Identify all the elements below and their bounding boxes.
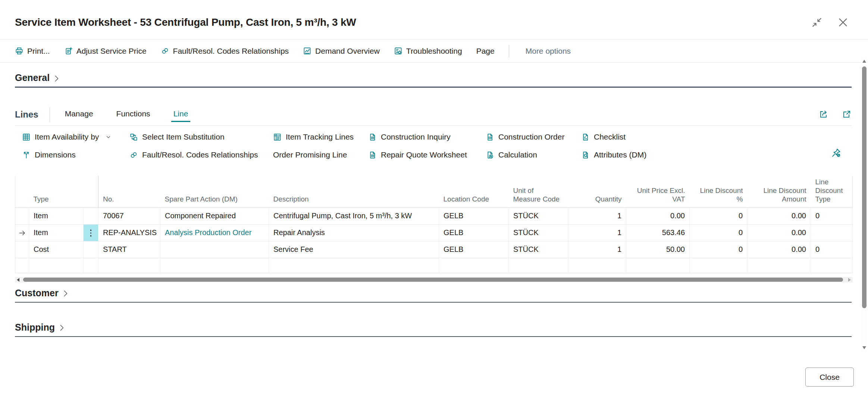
vertical-scrollbar-thumb[interactable]	[862, 66, 867, 308]
page-menu-button[interactable]: Page	[476, 47, 495, 56]
type-cell[interactable]: Item	[29, 224, 84, 241]
fault-resol-codes-label: Fault/Resol. Codes Relationships	[173, 47, 289, 56]
open-in-new-window-icon[interactable]	[842, 109, 852, 119]
horizontal-scrollbar-thumb[interactable]	[23, 278, 843, 282]
shipping-section-header[interactable]: Shipping	[15, 322, 852, 336]
lines-divider	[50, 107, 50, 122]
column-header-description[interactable]: Description	[269, 176, 439, 207]
no-cell[interactable]: START	[98, 241, 160, 258]
active-row-indicator[interactable]	[15, 224, 29, 241]
type-cell[interactable]: Cost	[29, 241, 84, 258]
line-discount-type-cell[interactable]: 0	[811, 207, 853, 224]
column-header-quantity[interactable]: Quantity	[568, 176, 626, 207]
line-discount-pct-cell[interactable]: 0	[690, 241, 748, 258]
construction-order-button[interactable]: Construction Order	[486, 132, 581, 141]
close-button[interactable]: Close	[805, 368, 854, 387]
line-discount-type-cell[interactable]: 0	[811, 241, 853, 258]
row-menu-cell[interactable]	[84, 224, 98, 241]
scroll-right-arrow-icon[interactable]	[848, 278, 851, 282]
row-menu-column-header	[84, 176, 98, 207]
demand-chart-icon	[303, 47, 311, 55]
dimensions-button[interactable]: Dimensions	[22, 150, 129, 159]
construction-inquiry-button[interactable]: Construction Inquiry	[368, 132, 486, 141]
print-button[interactable]: Print...	[15, 47, 50, 56]
table-row: Cost START Service Fee GELB STÜCK 1 50.0…	[15, 241, 853, 258]
unit-price-cell[interactable]: 563.46	[626, 224, 690, 241]
checklist-button[interactable]: Checklist	[581, 132, 852, 141]
row-menu-cell[interactable]	[84, 207, 98, 224]
line-discount-amount-cell[interactable]: 0.00	[748, 207, 811, 224]
column-header-unit-price[interactable]: Unit Price Excl. VAT	[626, 176, 690, 207]
column-header-line-discount-type[interactable]: Line Discount Type	[811, 176, 853, 207]
tab-manage[interactable]: Manage	[63, 109, 95, 122]
tab-line[interactable]: Line	[171, 109, 191, 122]
row-menu-cell[interactable]	[84, 241, 98, 258]
order-promising-line-button[interactable]: Order Promising Line	[273, 150, 368, 159]
no-cell[interactable]: REP-ANALYSIS	[98, 224, 160, 241]
unit-of-measure-cell[interactable]: STÜCK	[509, 207, 568, 224]
quantity-cell[interactable]: 1	[568, 224, 626, 241]
quantity-cell[interactable]: 1	[568, 241, 626, 258]
page-menu-label: Page	[476, 47, 495, 56]
general-section-header[interactable]: General	[15, 72, 852, 87]
unit-price-cell[interactable]: 50.00	[626, 241, 690, 258]
more-options-button[interactable]: More options	[523, 46, 573, 56]
line-discount-amount-cell[interactable]: 0.00	[748, 224, 811, 241]
close-window-icon[interactable]	[837, 17, 849, 28]
demand-overview-button[interactable]: Demand Overview	[303, 47, 380, 56]
column-header-no[interactable]: No.	[98, 176, 160, 207]
description-cell[interactable]: Service Fee	[269, 241, 439, 258]
unpin-icon[interactable]	[829, 147, 843, 159]
column-header-line-discount-amount[interactable]: Line Discount Amount	[748, 176, 811, 207]
line-discount-type-cell[interactable]	[811, 224, 853, 241]
adjust-service-price-button[interactable]: Adjust Service Price	[64, 47, 147, 56]
fault-resol-codes-line-button[interactable]: Fault/Resol. Codes Relationships	[129, 150, 273, 159]
unit-price-cell[interactable]: 0.00	[626, 207, 690, 224]
item-availability-by-button[interactable]: Item Availability by	[22, 132, 129, 141]
calculation-button[interactable]: Calculation	[486, 150, 581, 159]
spare-part-action-link[interactable]: Analysis Production Order	[165, 228, 251, 237]
column-header-location-code[interactable]: Location Code	[439, 176, 509, 207]
line-discount-pct-cell[interactable]: 0	[690, 224, 748, 241]
checklist-icon	[581, 133, 590, 141]
table-row-selected: Item REP-ANALYSIS Analysis Production Or…	[15, 224, 853, 241]
column-header-type[interactable]: Type	[29, 176, 84, 207]
spare-part-action-cell[interactable]	[160, 241, 269, 258]
scroll-up-arrow-icon[interactable]	[862, 60, 866, 63]
scroll-down-arrow-icon[interactable]	[862, 346, 866, 349]
customer-section: Customer	[15, 288, 852, 303]
description-cell[interactable]: Centrifugal Pump, Cast Iron, 5 m³/h, 3 k…	[269, 207, 439, 224]
demand-overview-label: Demand Overview	[315, 47, 380, 56]
repair-quote-worksheet-button[interactable]: Repair Quote Worksheet	[368, 150, 486, 159]
type-cell[interactable]: Item	[29, 207, 84, 224]
row-selector-cell[interactable]	[15, 241, 29, 258]
spare-part-action-cell[interactable]: Component Repaired	[160, 207, 269, 224]
general-section: General	[15, 72, 852, 88]
customer-section-header[interactable]: Customer	[15, 288, 852, 302]
share-icon[interactable]	[819, 109, 828, 119]
location-code-cell[interactable]: GELB	[439, 207, 509, 224]
item-tracking-lines-button[interactable]: Item Tracking Lines	[273, 132, 368, 141]
unit-of-measure-cell[interactable]: STÜCK	[509, 224, 568, 241]
tab-functions[interactable]: Functions	[114, 109, 153, 122]
column-header-line-discount-pct[interactable]: Line Discount %	[690, 176, 748, 207]
no-cell[interactable]: 70067	[98, 207, 160, 224]
attributes-dm-button[interactable]: Attributes (DM)	[581, 150, 852, 159]
quantity-cell[interactable]: 1	[568, 207, 626, 224]
unit-of-measure-cell[interactable]: STÜCK	[509, 241, 568, 258]
select-item-substitution-button[interactable]: Select Item Substitution	[129, 132, 273, 141]
fault-resol-codes-button[interactable]: Fault/Resol. Codes Relationships	[161, 47, 289, 56]
column-header-spare-part-action[interactable]: Spare Part Action (DM)	[160, 176, 269, 207]
description-cell[interactable]: Repair Analysis	[269, 224, 439, 241]
restore-window-icon[interactable]	[811, 17, 822, 28]
row-selector-cell[interactable]	[15, 207, 29, 224]
location-code-cell[interactable]: GELB	[439, 241, 509, 258]
line-discount-amount-cell[interactable]: 0.00	[748, 241, 811, 258]
column-header-unit-of-measure[interactable]: Unit of Measure Code	[509, 176, 568, 207]
shipping-section: Shipping	[15, 322, 852, 337]
scroll-left-arrow-icon[interactable]	[17, 278, 19, 282]
line-discount-pct-cell[interactable]: 0	[690, 207, 748, 224]
troubleshooting-button[interactable]: Troubleshooting	[394, 47, 462, 56]
location-code-cell[interactable]: GELB	[439, 224, 509, 241]
horizontal-scrollbar	[15, 277, 853, 282]
